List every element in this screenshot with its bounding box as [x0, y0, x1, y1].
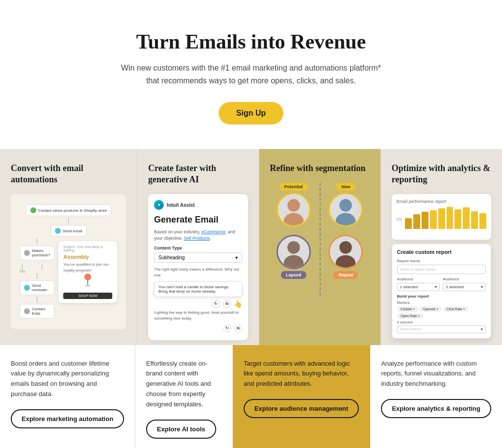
bar-1 — [405, 218, 412, 229]
svg-point-8 — [336, 213, 355, 225]
flow-line-2 — [37, 238, 37, 244]
tag-clicked[interactable]: Clicked × — [397, 306, 418, 312]
report-card: Email performance report 50k — [392, 194, 491, 240]
ai-regenerate-icon[interactable]: ↻ — [212, 300, 220, 308]
svg-point-7 — [340, 199, 352, 212]
badge-lapsed: Lapsed — [281, 271, 306, 279]
ai-tooltip: You can't hold a candle to those savings… — [154, 281, 242, 297]
seg-avatar-potential: Potential — [276, 183, 311, 227]
tag-click-rate[interactable]: Click Rate × — [443, 306, 469, 312]
seg-avatar-new: New — [328, 183, 363, 227]
card-analytics: Optimize with analytics & reporting Emai… — [381, 149, 502, 345]
cr-audience-col2: Audience 2 selected ▾ — [443, 277, 486, 291]
node-icon-exit — [24, 308, 30, 314]
bar-9 — [471, 211, 478, 229]
explore-segmentation-button[interactable]: Explore audience management — [244, 399, 359, 418]
card-analytics-title: Optimize with analytics & reporting — [392, 163, 491, 186]
bottom-card-ai: Effortlessly create on-brand content wit… — [135, 345, 233, 448]
audience-select-1[interactable]: 2 selected ▾ — [397, 283, 440, 291]
intuit-label: Intuit Assist — [167, 202, 195, 208]
flow-node-exit: Contact Exits — [20, 304, 54, 319]
shop-now-btn[interactable]: SHOP NOW — [63, 293, 112, 299]
node-icon-purchase — [24, 250, 30, 256]
tag-opened[interactable]: Opened × — [420, 306, 442, 312]
svg-point-10 — [336, 255, 355, 268]
flow-line-4 — [37, 297, 37, 302]
metrics-dropdown[interactable]: Select metrics ▾ — [397, 325, 486, 333]
ai-gen-title: Generate Email — [154, 215, 242, 225]
flow-line-yes — [22, 264, 23, 270]
card-automations: Convert with email automations Contact v… — [0, 149, 137, 345]
badge-new: New — [336, 183, 355, 191]
intuit-header: ✦ Intuit Assist — [154, 200, 242, 210]
bar-10 — [479, 213, 486, 229]
explore-analytics-button[interactable]: Explore analytics & reporting — [381, 399, 491, 418]
avatar-potential — [276, 193, 311, 227]
bottom-section: Boost orders and customer lifetime value… — [0, 345, 502, 448]
badge-repeat: Repeat — [333, 271, 358, 279]
card-ai: Create faster with generative AI ✦ Intui… — [137, 149, 259, 345]
node-icon-2 — [55, 228, 61, 234]
assembly-title: Assembly — [63, 254, 112, 260]
ai-cursor-icon[interactable]: 👆 — [234, 300, 242, 308]
bar-7 — [454, 209, 461, 229]
ai-body-text-1: The right light really makes a differenc… — [154, 267, 242, 278]
seg-right-column: New Repeat — [322, 183, 370, 296]
avatar-repeat — [328, 235, 363, 269]
card-segmentation-title: Refine with segmentation — [270, 163, 370, 174]
segmentation-illustration: Potential Lapsed — [270, 183, 370, 296]
flow-line-no — [42, 264, 42, 270]
bottom-card-analytics: Analyze performance with custom reports,… — [370, 345, 502, 448]
svg-point-4 — [284, 213, 303, 225]
hero-title: Turn Emails into Revenue — [10, 29, 492, 54]
bar-chart — [405, 207, 486, 229]
ai-action-icons-2: ↻ ⧉ — [154, 324, 242, 332]
tag-open-rate[interactable]: Open Rate × — [397, 313, 424, 319]
report-title: Email performance report — [397, 199, 486, 204]
seg-divider — [320, 183, 321, 296]
analytics-illustration: Email performance report 50k — [392, 194, 491, 339]
flow-line-3 — [37, 273, 37, 279]
card-ai-title: Create faster with generative AI — [148, 163, 248, 186]
node-icon-1 — [30, 207, 36, 213]
svg-point-3 — [287, 199, 300, 212]
flow-container: Contact views products in Shopify store … — [16, 199, 121, 324]
ai-action-icons: ↻ ⧉ 👆 — [154, 300, 242, 308]
ai-copy-icon[interactable]: ⧉ — [223, 300, 231, 308]
svg-point-6 — [284, 255, 303, 268]
content-type-select[interactable]: Subheading ▾ — [154, 252, 242, 263]
custom-report-title: Create custom report — [397, 249, 486, 255]
card-segmentation: Refine with segmentation Potential — [259, 149, 381, 345]
flow-node-1: Contact views products in Shopify store — [26, 204, 111, 216]
flow-line-1 — [68, 218, 69, 224]
custom-report-overlay: Create custom report Report Name Enter a… — [392, 244, 491, 339]
ai-copy-icon-2[interactable]: ⧉ — [234, 324, 242, 332]
bottom-card-automations: Boost orders and customer lifetime value… — [0, 345, 135, 448]
flow-node-2: Send email — [50, 225, 87, 237]
explore-ai-button[interactable]: Explore AI tools — [146, 420, 216, 439]
metrics-count: 6 selected — [397, 321, 486, 324]
seg-avatar-repeat: Repeat — [328, 235, 363, 279]
ai-regen-icon-2[interactable]: ↻ — [224, 324, 231, 332]
hero-section: Turn Emails into Revenue Win new custome… — [0, 0, 502, 149]
report-name-input[interactable]: Enter a report name — [397, 265, 486, 274]
feature-cards: Convert with email automations Contact v… — [0, 149, 502, 345]
svg-rect-1 — [87, 280, 88, 285]
audience-select-2[interactable]: 2 selected ▾ — [443, 283, 486, 291]
signup-button[interactable]: Sign Up — [219, 102, 283, 124]
explore-automations-button[interactable]: Explore marketing automation — [11, 409, 124, 428]
avatar-lapsed — [276, 235, 311, 269]
avatar-svg-1 — [278, 194, 309, 225]
audience-label-2: Audience — [443, 277, 486, 281]
bottom-text-automations: Boost orders and customer lifetime value… — [11, 359, 124, 399]
metrics-label: Metrics — [397, 300, 486, 305]
node-icon-reminder — [24, 285, 30, 291]
card-automations-title: Convert with email automations — [11, 163, 126, 186]
avatar-svg-2 — [330, 194, 361, 225]
bar-8 — [463, 207, 470, 229]
bottom-text-segmentation: Target customers with advanced logic lik… — [244, 359, 359, 389]
bottom-text-analytics: Analyze performance with custom reports,… — [381, 359, 491, 389]
lamp-icon — [82, 273, 94, 289]
avatar-new — [328, 193, 363, 227]
cr-audience-row: Audience 2 selected ▾ Audience 2 selecte… — [397, 277, 486, 291]
